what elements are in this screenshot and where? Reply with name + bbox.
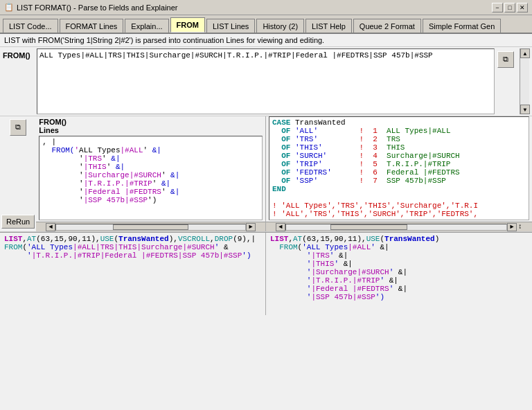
right-scroll-right[interactable]: ► [507,223,517,231]
lower-section: ⧉ ReRun FROM()Lines , | FROM('ALL Types|… [0,116,532,232]
tab-simple-format-gen[interactable]: Simple Format Gen [423,19,501,33]
tabs-row: LIST Code... FORMAT Lines Explain... FRO… [0,15,532,34]
tab-list-lines[interactable]: LIST Lines [206,19,255,33]
right-case: CASE [272,118,290,127]
bottom-left: LIST,AT(63,15,90,11),USE(TransWanted),VS… [0,233,266,315]
br-from-4: '|Surcharge|#SURCH' &| [270,268,407,276]
right-scroll-left[interactable]: ◄ [276,223,285,231]
right-of-1: OF [281,127,290,135]
right-of-4: OF [281,152,290,160]
info-bar: LIST with FROM('String 1|String 2|#2') i… [0,34,532,47]
right-panel-content[interactable]: CASE TransWanted OF 'ALL' ! 1 ALL Types|… [269,116,529,220]
rerun-button[interactable]: ReRun [1,215,35,229]
right-scroll-track[interactable] [285,224,507,231]
tab-format-lines[interactable]: FORMAT Lines [60,19,124,33]
copy-icon-2: ⧉ [15,123,21,132]
left-controls: ⧉ ReRun [0,116,36,231]
from-label: FROM() [3,48,34,114]
copy-button-1[interactable]: ⧉ [497,51,514,68]
tab-history[interactable]: History (2) [256,19,304,33]
copy-icon-1: ⧉ [503,55,508,64]
tab-list-help[interactable]: LIST Help [305,19,352,33]
title-bar-left: 📋 LIST FORMAT() - Parse to Fields and Ex… [4,3,178,12]
from-vscroll-down[interactable]: ▼ [520,105,530,114]
left-line-1: FROM('ALL Types|#ALL' &| [42,146,161,154]
left-line-5: '|T.R.I.P.|#TRIP' &| [42,179,170,188]
right-of-6: OF [281,168,290,177]
left-scroll-track[interactable] [55,224,246,231]
right-of-3: OF [281,143,290,152]
right-end: END [272,185,286,193]
copy-btn-container: ⧉ [497,48,517,114]
left-line-2: '|TRS' &| [42,154,120,163]
br-from-7: '|SSP 457b|#SSP') [270,293,384,301]
right-panel: CASE TransWanted OF 'ALL' ! 1 ALL Types|… [266,116,532,231]
from-vscroll[interactable]: ▲ ▼ [520,48,529,114]
left-scroll-right[interactable]: ► [246,223,256,231]
br-from-3: '|THIS' &| [270,260,353,268]
info-text: LIST with FROM('String 1|String 2|#2') i… [4,36,324,44]
br-from-5: '|T.R.I.P.|#TRIP' &| [270,276,398,285]
tab-from[interactable]: FROM [170,17,205,33]
bl-from-1: FROM [4,243,22,251]
tab-explain[interactable]: Explain... [125,19,168,33]
br-list-1: LIST [270,235,288,243]
minimize-button[interactable]: − [492,3,503,12]
left-scroll-thumb[interactable] [113,224,188,230]
br-from-2: '|TRS' &| [270,251,348,260]
from-input[interactable]: ALL Types|#ALL|TRS|THIS|Surcharge|#SURCH… [37,48,495,114]
lower-left-wrapper: ⧉ ReRun FROM()Lines , | FROM('ALL Types|… [0,116,265,231]
copy-button-2[interactable]: ⧉ [10,119,26,136]
tab-list-code[interactable]: LIST Code... [3,19,58,33]
left-panel-label: FROM()Lines [36,116,265,136]
window-title: LIST FORMAT() - Parse to Fields and Expl… [17,3,178,12]
left-scroll-left[interactable]: ◄ [46,223,55,231]
left-scrollbar-h[interactable]: ◄ ► [36,222,265,231]
left-panel: ⧉ ReRun FROM()Lines , | FROM('ALL Types|… [0,116,266,231]
from-vscroll-track[interactable] [520,58,529,105]
br-from-6: '|Federal |#FEDTRS' &| [270,285,407,293]
tab-queue2format[interactable]: Queue 2 Format [353,19,421,33]
left-panel-content[interactable]: , | FROM('ALL Types|#ALL' &| '|TRS' &| '… [39,136,263,220]
right-of-7: OF [281,177,290,185]
window-icon: 📋 [4,3,14,12]
bl-list-1: LIST [4,235,22,243]
right-of-5: OF [281,160,290,168]
right-scroll-thumb[interactable] [330,224,407,230]
left-line-6: '|Federal |#FEDTRS' &| [42,188,179,196]
left-line-3: '|THIS' &| [42,163,125,171]
left-line-0: , | [42,138,56,146]
br-from-1: FROM [270,243,298,251]
close-button[interactable]: ✕ [517,3,528,12]
bottom-section: LIST,AT(63,15,90,11),USE(TransWanted),VS… [0,232,532,315]
right-of-2: OF [281,135,290,143]
maximize-button[interactable]: □ [504,3,515,12]
from-row: FROM() ALL Types|#ALL|TRS|THIS|Surcharge… [0,47,532,116]
bl-from-2: '|T.R.I.P.|#TRIP|Federal |#FEDTRS|SSP 45… [4,251,251,260]
right-comment-1: ! 'ALL Types','TRS','THIS','Surcharge','… [272,202,478,210]
title-bar-controls: − □ ✕ [492,3,528,12]
left-line-7: '|SSP 457b|#SSP') [42,196,157,204]
from-vscroll-up[interactable]: ▲ [520,48,530,58]
right-scrollbar-h[interactable]: ◄ ► ↕ [266,222,532,231]
bottom-right: LIST,AT(63,15,90,11),USE(TransWanted) FR… [266,233,532,315]
left-line-4: '|Surcharge|#SURCH' &| [42,171,179,179]
title-bar: 📋 LIST FORMAT() - Parse to Fields and Ex… [0,0,532,15]
right-comment-2: ! 'ALL','TRS','THIS','SURCH','TRIP','FED… [272,210,478,218]
